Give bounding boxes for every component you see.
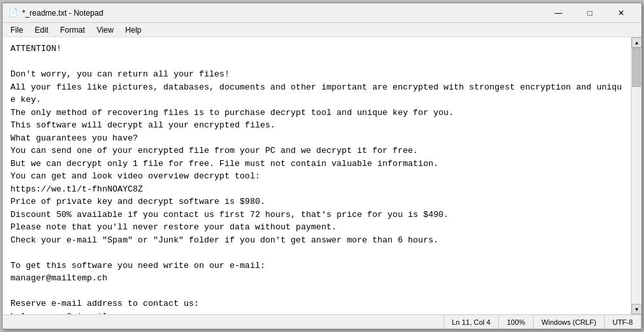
window-title: *_readme.txt - Notepad <box>22 8 543 18</box>
encoding: UTF-8 <box>605 315 641 329</box>
cursor-position: Ln 11, Col 4 <box>444 315 499 329</box>
menu-view[interactable]: View <box>91 24 119 36</box>
scroll-thumb[interactable] <box>632 48 641 87</box>
content-area: ▲ ▼ <box>3 37 641 314</box>
zoom-level: 100% <box>499 315 534 329</box>
title-bar: 📄 *_readme.txt - Notepad — □ ✕ <box>3 3 641 23</box>
scroll-down-button[interactable]: ▼ <box>632 304 641 314</box>
scroll-up-button[interactable]: ▲ <box>632 37 641 48</box>
line-ending: Windows (CRLF) <box>534 315 605 329</box>
menu-bar: File Edit Format View Help <box>3 23 641 37</box>
scroll-track[interactable] <box>632 48 641 304</box>
text-editor[interactable] <box>3 37 631 314</box>
menu-edit[interactable]: Edit <box>29 24 54 36</box>
menu-file[interactable]: File <box>5 24 28 36</box>
status-spacer <box>3 315 444 329</box>
maximize-button[interactable]: □ <box>575 3 605 23</box>
notepad-window: 📄 *_readme.txt - Notepad — □ ✕ File Edit… <box>2 3 642 329</box>
minimize-button[interactable]: — <box>543 3 573 23</box>
window-controls: — □ ✕ <box>543 3 636 23</box>
vertical-scrollbar[interactable]: ▲ ▼ <box>631 37 641 314</box>
close-button[interactable]: ✕ <box>606 3 636 23</box>
status-bar: Ln 11, Col 4 100% Windows (CRLF) UTF-8 <box>3 314 641 329</box>
app-icon: 📄 <box>8 8 18 18</box>
menu-help[interactable]: Help <box>120 24 147 36</box>
menu-format[interactable]: Format <box>55 24 90 36</box>
